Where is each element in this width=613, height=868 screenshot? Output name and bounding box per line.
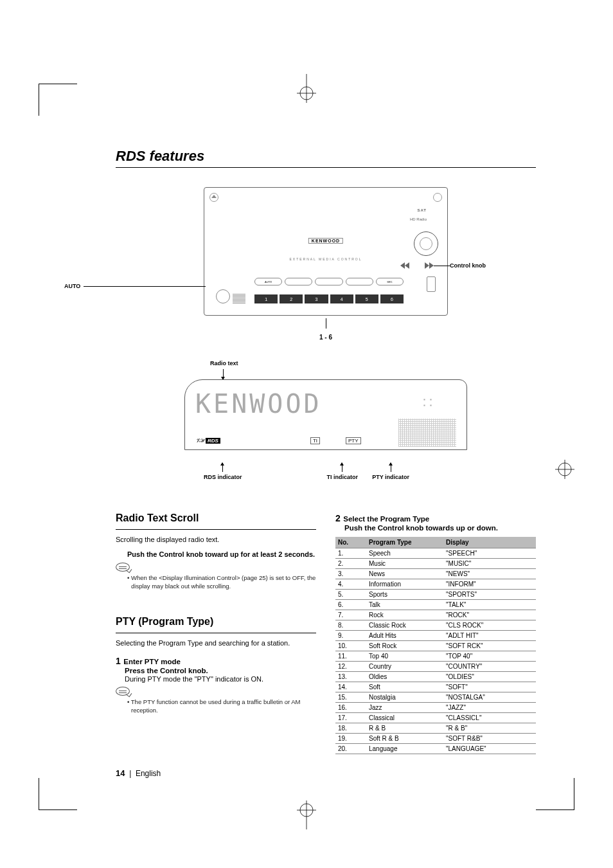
pill-button-row: AUTO SRC bbox=[254, 278, 404, 285]
cell-type: Speech bbox=[366, 548, 443, 559]
cell-display: "SOFT R&B" bbox=[443, 734, 536, 744]
cell-display: "SPORTS" bbox=[443, 590, 536, 600]
table-row: 3.News"NEWS" bbox=[335, 569, 536, 579]
cell-no: 12. bbox=[335, 662, 366, 672]
step-subtitle: Push the Control knob towards up or down… bbox=[344, 524, 536, 532]
right-column: 2 Select the Program Type Push the Contr… bbox=[335, 512, 536, 754]
paragraph: Scrolling the displayed radio text. bbox=[116, 535, 316, 545]
cell-display: "NEWS" bbox=[443, 569, 536, 579]
cell-no: 19. bbox=[335, 734, 366, 744]
preset-range-label: 1 - 6 bbox=[116, 334, 536, 341]
cell-display: "TOP 40" bbox=[443, 651, 536, 662]
cell-display: "SOFT" bbox=[443, 682, 536, 692]
control-knob-icon bbox=[414, 231, 438, 256]
table-row: 1.Speech"SPEECH" bbox=[335, 548, 536, 559]
table-row: 7.Rock"ROCK" bbox=[335, 610, 536, 620]
cell-no: 6. bbox=[335, 600, 366, 610]
th-display: Display bbox=[443, 537, 536, 548]
callout-line bbox=[434, 266, 450, 266]
table-row: 14.Soft"SOFT" bbox=[335, 682, 536, 692]
cell-no: 14. bbox=[335, 682, 366, 692]
auto-button: AUTO bbox=[254, 278, 282, 285]
step-title: Select the Program Type bbox=[343, 515, 429, 523]
footer-separator: | bbox=[129, 769, 131, 778]
heading-pty: PTY (Program Type) bbox=[116, 616, 316, 628]
arrow-up-icon bbox=[391, 463, 391, 472]
src-button: SRC bbox=[376, 278, 404, 285]
table-row: 18.R & B"R & B" bbox=[335, 723, 536, 734]
cell-no: 17. bbox=[335, 713, 366, 723]
table-row: 2.Music"MUSIC" bbox=[335, 559, 536, 569]
page-number: 14 bbox=[116, 768, 125, 778]
step-body: During PTY mode the "PTY" indicator is O… bbox=[125, 674, 316, 684]
cell-no: 8. bbox=[335, 620, 366, 631]
cell-type: Rock bbox=[366, 610, 443, 620]
divider bbox=[116, 529, 316, 530]
auto-callout-label: AUTO bbox=[64, 283, 80, 289]
pill-button bbox=[346, 278, 373, 285]
cell-type: Classic Rock bbox=[366, 620, 443, 631]
cell-display: "JAZZ" bbox=[443, 703, 536, 713]
arrow-icon bbox=[326, 318, 326, 329]
table-row: 9.Adult Hits"ADLT HIT" bbox=[335, 631, 536, 641]
table-row: 11.Top 40"TOP 40" bbox=[335, 651, 536, 662]
cell-type: Classical bbox=[366, 713, 443, 723]
pty-table: No. Program Type Display 1.Speech"SPEECH… bbox=[335, 537, 536, 754]
cell-type: Soft Rock bbox=[366, 641, 443, 651]
preset-button-row: 1 2 3 4 5 6 bbox=[254, 294, 404, 303]
cell-display: "CLS ROCK" bbox=[443, 620, 536, 631]
step-title: Enter PTY mode bbox=[123, 658, 181, 665]
arrow-up-icon bbox=[222, 463, 223, 472]
cell-type: News bbox=[366, 569, 443, 579]
paragraph: Selecting the Program Type and searching… bbox=[116, 638, 316, 648]
pty-indicator: PTY bbox=[346, 437, 361, 444]
sat-logo: SAT bbox=[417, 208, 427, 212]
ti-indicator: TI bbox=[310, 437, 320, 444]
cell-type: Music bbox=[366, 559, 443, 569]
grill-icon bbox=[233, 293, 245, 303]
pty-indicator-label: PTY indicator bbox=[372, 474, 409, 480]
table-row: 17.Classical"CLASSICL" bbox=[335, 713, 536, 723]
cell-no: 15. bbox=[335, 692, 366, 703]
preset-button: 2 bbox=[280, 294, 303, 303]
cell-type: Country bbox=[366, 662, 443, 672]
cell-type: Top 40 bbox=[366, 651, 443, 662]
table-row: 10.Soft Rock"SOFT RCK" bbox=[335, 641, 536, 651]
cell-no: 1. bbox=[335, 548, 366, 559]
table-row: 8.Classic Rock"CLS ROCK" bbox=[335, 620, 536, 631]
device-illustration: SAT HD Radio KENWOOD EXTERNAL MEDIA CONT… bbox=[204, 187, 448, 316]
hd-radio-logo: HD Radio bbox=[410, 217, 427, 221]
cell-display: "SPEECH" bbox=[443, 548, 536, 559]
th-no: No. bbox=[335, 537, 366, 548]
note-icon bbox=[116, 687, 130, 696]
cell-display: "TALK" bbox=[443, 600, 536, 610]
cell-type: Soft R & B bbox=[366, 734, 443, 744]
callout-line bbox=[84, 286, 206, 287]
table-row: 16.Jazz"JAZZ" bbox=[335, 703, 536, 713]
brand-logo: KENWOOD bbox=[308, 238, 343, 244]
table-row: 5.Sports"SPORTS" bbox=[335, 590, 536, 600]
cell-type: Oldies bbox=[366, 672, 443, 682]
device-subtitle: EXTERNAL MEDIA CONTROL bbox=[290, 257, 362, 261]
next-icon bbox=[424, 260, 434, 266]
cell-type: Sports bbox=[366, 590, 443, 600]
cell-type: Nostalgia bbox=[366, 692, 443, 703]
cell-no: 10. bbox=[335, 641, 366, 651]
cell-type: Soft bbox=[366, 682, 443, 692]
th-type: Program Type bbox=[366, 537, 443, 548]
cell-display: "CLASSICL" bbox=[443, 713, 536, 723]
cell-type: Information bbox=[366, 579, 443, 590]
radio-text-label: Radio text bbox=[210, 360, 467, 366]
preset-button: 1 bbox=[254, 294, 278, 303]
lcd-display: KENWOOD ⸬ 𝒱ℋRDS TI PTY bbox=[184, 379, 467, 450]
cell-no: 9. bbox=[335, 631, 366, 641]
preset-button: 4 bbox=[330, 294, 353, 303]
table-row: 6.Talk"TALK" bbox=[335, 600, 536, 610]
cell-no: 2. bbox=[335, 559, 366, 569]
cell-no: 11. bbox=[335, 651, 366, 662]
ti-indicator-label: TI indicator bbox=[327, 474, 359, 480]
pill-button bbox=[285, 278, 312, 285]
cell-display: "COUNTRY" bbox=[443, 662, 536, 672]
heading-radio-text-scroll: Radio Text Scroll bbox=[116, 512, 316, 524]
table-row: 15.Nostalgia"NOSTALGA" bbox=[335, 692, 536, 703]
